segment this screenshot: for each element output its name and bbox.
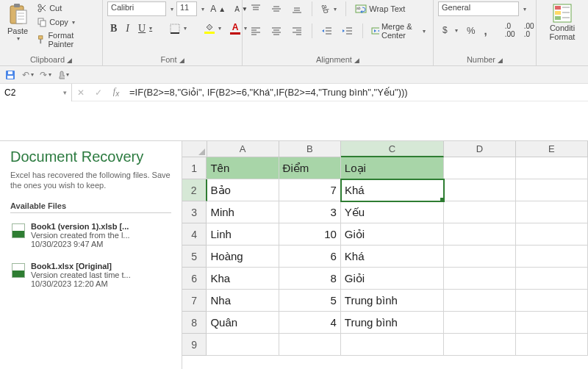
wrap-text-button[interactable]: abWrap Text: [352, 2, 408, 15]
cell[interactable]: Giỏi: [341, 268, 444, 290]
cell[interactable]: [516, 312, 588, 334]
redo-button[interactable]: ↷ ▾: [40, 69, 51, 81]
cell[interactable]: [516, 223, 588, 246]
align-center-button[interactable]: [268, 24, 285, 37]
cell[interactable]: [444, 334, 516, 356]
touch-mode-button[interactable]: ▾: [57, 69, 69, 81]
cell[interactable]: [444, 157, 516, 179]
cell[interactable]: Minh: [207, 201, 279, 223]
cell[interactable]: Loại: [341, 157, 444, 179]
number-format-select[interactable]: General: [438, 1, 519, 16]
conditional-formatting-button[interactable]: Conditi Format: [541, 1, 584, 43]
recovery-file-item[interactable]: Book1 (version 1).xlsb [... Version crea…: [10, 219, 171, 251]
cell[interactable]: Hoàng: [207, 246, 279, 268]
enter-formula-button[interactable]: ✓: [90, 87, 107, 98]
cell[interactable]: [444, 223, 516, 246]
row-header[interactable]: 8: [182, 312, 207, 334]
namebox-dropdown[interactable]: ▾: [59, 89, 71, 96]
cell[interactable]: 7: [279, 179, 341, 201]
column-header[interactable]: B: [279, 141, 341, 157]
cell[interactable]: [516, 179, 588, 201]
cell[interactable]: 3: [279, 201, 341, 223]
paste-button[interactable]: Paste ▾: [4, 1, 31, 43]
cell-active[interactable]: Khá: [341, 179, 444, 201]
comma-button[interactable]: ,: [481, 23, 490, 38]
cell[interactable]: [444, 179, 516, 201]
cell[interactable]: [279, 334, 341, 356]
cell[interactable]: [516, 334, 588, 356]
cell[interactable]: [444, 312, 516, 334]
copy-button[interactable]: Copy ▾: [34, 15, 98, 29]
decrease-indent-button[interactable]: [318, 24, 336, 37]
row-header[interactable]: 9: [182, 334, 207, 356]
cell[interactable]: Trung bình: [341, 290, 444, 312]
fx-button[interactable]: fx: [107, 86, 125, 98]
cell[interactable]: Nha: [207, 290, 279, 312]
font-name-select[interactable]: Calibri: [107, 1, 166, 16]
cell[interactable]: [444, 201, 516, 223]
cell[interactable]: 4: [279, 312, 341, 334]
row-header[interactable]: 4: [182, 223, 207, 246]
percent-button[interactable]: %: [464, 24, 478, 37]
accounting-format-button[interactable]: $▾: [438, 24, 461, 37]
row-header[interactable]: 1: [182, 157, 207, 179]
cell[interactable]: Kha: [207, 268, 279, 290]
orientation-button[interactable]: ab▾: [318, 3, 340, 15]
border-button[interactable]: ▾: [167, 22, 190, 35]
row-header[interactable]: 7: [182, 290, 207, 312]
align-middle-button[interactable]: [268, 2, 285, 15]
merge-center-button[interactable]: Merge & Center ▾: [368, 21, 429, 41]
name-box[interactable]: [0, 86, 59, 99]
cut-button[interactable]: Cut: [34, 1, 98, 15]
cell[interactable]: [516, 290, 588, 312]
cell[interactable]: [444, 268, 516, 290]
cell[interactable]: 5: [279, 290, 341, 312]
cell[interactable]: Giỏi: [341, 223, 444, 246]
cell[interactable]: [207, 334, 279, 356]
align-top-button[interactable]: [247, 2, 265, 15]
align-bottom-button[interactable]: [288, 2, 306, 15]
cell[interactable]: Trung bình: [341, 312, 444, 334]
cell[interactable]: Yếu: [341, 201, 444, 223]
spreadsheet-grid[interactable]: A B C D E 1 Tên Điểm Loại 2 Bảo 7 Khá 3 …: [182, 141, 588, 369]
row-header[interactable]: 2: [182, 179, 207, 201]
column-header[interactable]: C: [341, 141, 444, 157]
align-left-button[interactable]: [247, 24, 265, 37]
select-all-corner[interactable]: [182, 141, 207, 157]
increase-decimal-button[interactable]: .0.00: [502, 21, 518, 40]
cell[interactable]: Điểm: [279, 157, 341, 179]
cell[interactable]: [516, 201, 588, 223]
cell[interactable]: [516, 157, 588, 179]
cell[interactable]: [516, 268, 588, 290]
bold-button[interactable]: B: [107, 21, 120, 36]
column-header[interactable]: D: [444, 141, 516, 157]
cell[interactable]: [516, 246, 588, 268]
italic-button[interactable]: I: [123, 21, 132, 36]
underline-button[interactable]: U ▾: [135, 21, 155, 36]
cell[interactable]: [341, 334, 444, 356]
row-header[interactable]: 6: [182, 268, 207, 290]
align-right-button[interactable]: [288, 24, 306, 37]
undo-button[interactable]: ↶ ▾: [22, 69, 34, 81]
font-size-select[interactable]: 11: [176, 1, 197, 16]
cell[interactable]: [444, 290, 516, 312]
cell[interactable]: Bảo: [207, 179, 279, 201]
formula-input[interactable]: [125, 85, 588, 99]
cell[interactable]: Linh: [207, 223, 279, 246]
format-painter-button[interactable]: Format Painter: [34, 29, 98, 50]
cell[interactable]: Quân: [207, 312, 279, 334]
fill-color-button[interactable]: ▾: [201, 21, 224, 35]
decrease-decimal-button[interactable]: .00.0: [521, 21, 537, 40]
save-button[interactable]: [4, 69, 16, 81]
cell[interactable]: 6: [279, 246, 341, 268]
cell[interactable]: 8: [279, 268, 341, 290]
increase-indent-button[interactable]: [339, 24, 356, 37]
row-header[interactable]: 5: [182, 246, 207, 268]
column-header[interactable]: E: [516, 141, 588, 157]
increase-font-button[interactable]: A▲: [207, 2, 229, 15]
row-header[interactable]: 3: [182, 201, 207, 223]
cell[interactable]: Tên: [207, 157, 279, 179]
column-header[interactable]: A: [207, 141, 279, 157]
cell[interactable]: Khá: [341, 246, 444, 268]
cancel-formula-button[interactable]: ✕: [72, 87, 90, 98]
